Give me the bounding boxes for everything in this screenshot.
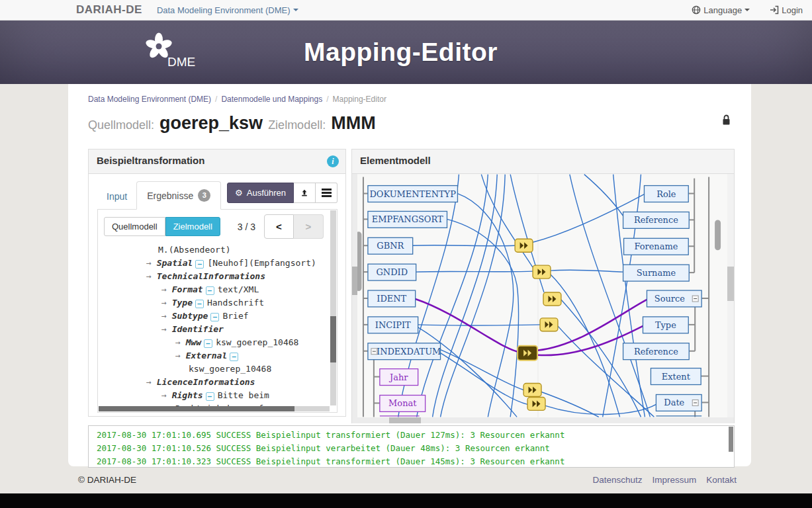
target-model-button[interactable]: Zielmodell	[165, 217, 220, 236]
diagram-horizontal-scrollbar[interactable]	[352, 417, 734, 423]
results-tabs: Input Ergebnisse 3 ⚙ Ausführen	[97, 178, 338, 209]
element-node-empfangsort[interactable]: EMPFANGSORT	[368, 211, 447, 228]
log-entry: 2017-08-30 17:01:10.323 SUCCESS Beispiel…	[97, 455, 726, 468]
collapse-icon[interactable]	[692, 400, 698, 405]
mapping-function-node[interactable]	[523, 384, 541, 397]
log-scrollbar[interactable]	[729, 427, 733, 452]
footer: © DARIAH-DE DatenschutzImpressumKontakt	[0, 466, 812, 493]
svg-text:INCIPIT: INCIPIT	[375, 320, 411, 330]
element-node-reference[interactable]: Reference	[623, 212, 690, 228]
element-node-source[interactable]: Source	[647, 290, 701, 307]
element-node-date[interactable]: Date	[656, 394, 701, 411]
mapping-function-node[interactable]	[515, 239, 533, 252]
tree-line: → TechnicalInformations	[98, 270, 337, 283]
element-node-forename[interactable]: Forename	[624, 238, 689, 255]
element-model-panel: Elementmodell	[351, 149, 735, 423]
element-node-gndid[interactable]: GNDID	[368, 264, 416, 280]
svg-text:Monat: Monat	[388, 398, 417, 408]
collapse-icon[interactable]: −	[206, 286, 214, 295]
tab-results[interactable]: Ergebnisse 3	[136, 181, 221, 210]
footer-link-kontakt[interactable]: Kontakt	[706, 475, 737, 485]
mapping-function-node[interactable]	[527, 397, 545, 410]
collapse-icon[interactable]	[692, 296, 698, 302]
run-button[interactable]: ⚙ Ausführen	[227, 183, 294, 204]
menu-button[interactable]	[316, 183, 338, 204]
element-node-reference[interactable]: Reference	[623, 343, 690, 360]
collapse-icon[interactable]: −	[195, 260, 204, 269]
tree-line: → Subtype−Brief	[98, 310, 337, 323]
collapse-icon[interactable]: −	[230, 353, 238, 361]
run-button-label: Ausführen	[247, 188, 286, 198]
element-node-gbnr[interactable]: GBNR	[368, 237, 413, 254]
transformation-panel-header: Beispieltransformation i	[89, 149, 345, 174]
mapping-function-node-selected[interactable]	[518, 346, 537, 360]
svg-text:Reference: Reference	[634, 215, 678, 225]
svg-text:GBNR: GBNR	[377, 241, 404, 251]
tree-line: → LicenceInformations	[98, 376, 337, 389]
element-node-ident[interactable]: IDENT	[368, 290, 416, 307]
tree-vertical-scrollbar[interactable]	[330, 210, 336, 405]
dme-logo-text: DME	[167, 55, 195, 69]
element-node-jahr[interactable]: Jahr	[380, 369, 418, 386]
model-header: Quellmodell: goerep_ksw Zielmodell: MMM	[88, 113, 735, 138]
mapping-function-node[interactable]	[540, 318, 558, 331]
collapse-icon[interactable]: −	[210, 313, 219, 321]
dariah-brand[interactable]: DARIAH-DE	[76, 3, 142, 17]
element-model-panel-header: Elementmodell	[352, 149, 734, 174]
breadcrumb-link[interactable]: Data Modeling Environment (DME)	[88, 95, 211, 104]
element-node-incipit[interactable]: INCIPIT	[368, 317, 418, 333]
mapping-function-node[interactable]	[533, 265, 551, 278]
upload-button[interactable]	[294, 183, 316, 204]
element-node-indexdatum[interactable]: INDEXDATUM	[368, 343, 441, 360]
svg-text:Reference: Reference	[634, 347, 678, 357]
mapping-diagram: DOKUMENTENTYPEMPFANGSORTGBNRGNDIDIDENTIN…	[352, 174, 734, 423]
info-icon[interactable]: i	[327, 155, 339, 167]
collapse-icon[interactable]: −	[206, 392, 214, 401]
tree-horizontal-scrollbar[interactable]	[99, 406, 330, 411]
language-dropdown[interactable]: Language	[692, 5, 750, 15]
element-node-dokumententyp[interactable]: DOKUMENTENTYP	[368, 186, 458, 202]
tree-line: M.(Absendeort)	[98, 243, 337, 257]
element-node-surname[interactable]: Surname	[623, 265, 690, 281]
diagram-right-scrollbar[interactable]	[727, 174, 734, 417]
collapse-icon[interactable]: −	[204, 339, 212, 348]
collapse-icon[interactable]: −	[195, 300, 204, 308]
collapse-icon[interactable]	[371, 349, 377, 355]
app-menu-dropdown[interactable]: Data Modeling Environment (DME)	[157, 5, 299, 15]
previous-result-button[interactable]: <	[264, 214, 294, 239]
source-model-value: goerep_ksw	[159, 113, 263, 134]
transformation-panel: Beispieltransformation i Input Ergebniss…	[88, 149, 346, 417]
next-result-button[interactable]: >	[294, 214, 324, 239]
lock-icon	[721, 114, 731, 128]
source-model-button[interactable]: Quellmodell	[104, 217, 165, 236]
target-model-label: Zielmodell:	[268, 118, 326, 132]
page-title: Mapping-Editor	[304, 38, 498, 67]
svg-text:Source: Source	[654, 294, 685, 304]
gear-icon: ⚙	[235, 188, 243, 198]
right-scroll-handle[interactable]	[715, 220, 721, 250]
transformation-log: 2017-08-30 17:01:10.695 SUCCESS Beispiel…	[88, 425, 735, 468]
login-label: Login	[782, 5, 803, 15]
element-node-type[interactable]: Type	[643, 317, 688, 333]
svg-text:Jahr: Jahr	[388, 372, 408, 382]
element-node-monat[interactable]: Monat	[380, 395, 426, 411]
mapping-connection-lines	[398, 175, 656, 417]
tab-input[interactable]: Input	[97, 184, 136, 209]
element-node-extent[interactable]: Extent	[651, 368, 701, 385]
app-menu-label: Data Modeling Environment (DME)	[157, 5, 291, 15]
result-page-indicator: 3 / 3	[238, 222, 255, 232]
footer-link-impressum[interactable]: Impressum	[652, 475, 696, 485]
transformation-panel-title: Beispieltransformation	[97, 155, 204, 166]
language-label: Language	[703, 5, 742, 15]
mapping-function-node[interactable]	[543, 292, 561, 306]
result-tree: M.(Absendeort)→ Spatial−[Neuhof](Empfang…	[98, 243, 337, 408]
login-button[interactable]: Login	[770, 5, 803, 15]
footer-link-datenschutz[interactable]: Datenschutz	[592, 475, 642, 485]
tree-line: → Spatial−[Neuhof](Empfangsort)	[98, 257, 337, 270]
breadcrumb-link[interactable]: Datenmodelle und Mappings	[221, 95, 322, 104]
tab-results-label: Ergebnisse	[147, 190, 193, 201]
diagram-left-scrollbar[interactable]	[352, 174, 357, 417]
tree-line: ksw_goerep_10468	[98, 362, 337, 376]
element-node-role[interactable]: Role	[644, 186, 688, 202]
tree-line: → Type−Handschrift	[98, 296, 337, 310]
